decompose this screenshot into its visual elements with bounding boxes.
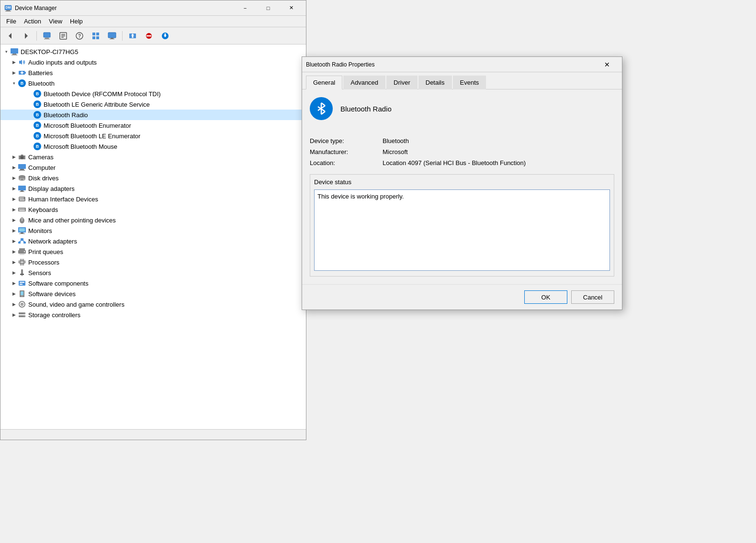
- tab-general[interactable]: General: [306, 76, 342, 89]
- mice-expander[interactable]: ▶: [10, 216, 18, 224]
- computer-expander[interactable]: ▶: [10, 164, 18, 171]
- svg-rect-51: [21, 198, 22, 199]
- root-expander[interactable]: ▾: [2, 48, 10, 55]
- window-controls: − □ ✕: [234, 2, 302, 14]
- tree-item-storage[interactable]: ▶ Storage controllers: [0, 310, 306, 320]
- cameras-expander[interactable]: ▶: [10, 153, 18, 161]
- tree-item-disk[interactable]: ▶ Disk drives: [0, 173, 306, 183]
- tree-item-sw-devices[interactable]: ▶ Software devices: [0, 288, 306, 299]
- back-button[interactable]: [2, 29, 18, 43]
- bluetooth-expander[interactable]: ▾: [10, 79, 18, 87]
- print-expander[interactable]: ▶: [10, 248, 18, 255]
- svg-rect-89: [20, 274, 24, 275]
- toolbar-sep-1: [36, 31, 37, 41]
- storage-expander[interactable]: ▶: [10, 311, 18, 319]
- properties-grid: Device type: Bluetooth Manufacturer: Mic…: [310, 137, 614, 166]
- scan-changes-btn[interactable]: [88, 29, 103, 43]
- bluetooth-label: Bluetooth: [28, 80, 55, 87]
- tab-driver[interactable]: Driver: [386, 76, 417, 89]
- display-expander[interactable]: ▶: [10, 185, 18, 192]
- svg-rect-96: [21, 296, 23, 297]
- svg-rect-18: [96, 36, 99, 39]
- tree-item-network[interactable]: ▶ Network adapters: [0, 236, 306, 246]
- tree-item-mice[interactable]: ▶ Mice and other pointing devices: [0, 215, 306, 225]
- svg-rect-69: [23, 242, 26, 244]
- tree-item-bt-radio[interactable]: ▶ B Bluetooth Radio: [0, 110, 306, 120]
- svg-line-71: [22, 240, 25, 242]
- sound-expander[interactable]: ▶: [10, 300, 18, 308]
- dialog-close-button[interactable]: ✕: [596, 58, 618, 71]
- sw-components-label: Software components: [28, 280, 89, 287]
- network-icon: [18, 237, 26, 245]
- cancel-button[interactable]: Cancel: [571, 290, 614, 304]
- svg-rect-95: [21, 291, 23, 295]
- download-btn[interactable]: [158, 29, 173, 43]
- svg-rect-20: [111, 38, 113, 39]
- svg-rect-72: [19, 248, 25, 250]
- tree-item-monitors[interactable]: ▶ Monitors: [0, 225, 306, 236]
- sensors-expander[interactable]: ▶: [10, 269, 18, 277]
- svg-rect-29: [165, 33, 166, 36]
- menu-action[interactable]: Action: [20, 16, 45, 27]
- menu-file[interactable]: File: [2, 16, 20, 27]
- keyboards-expander[interactable]: ▶: [10, 206, 18, 213]
- device-status-textarea[interactable]: [314, 189, 610, 271]
- tab-details[interactable]: Details: [418, 76, 452, 89]
- ok-button[interactable]: OK: [524, 290, 567, 304]
- monitors-expander[interactable]: ▶: [10, 227, 18, 234]
- svg-point-103: [24, 316, 25, 317]
- close-button[interactable]: ✕: [280, 2, 302, 14]
- device-tree[interactable]: ▾ DESKTOP-CI77HG5 ▶ Audio inputs and: [0, 44, 306, 429]
- tree-item-bt-ms-enum[interactable]: ▶ B Microsoft Bluetooth Enumerator: [0, 120, 306, 131]
- tree-item-bt-rfcomm[interactable]: ▶ B Bluetooth Device (RFCOMM Protocol TD…: [0, 89, 306, 99]
- network-expander[interactable]: ▶: [10, 237, 18, 245]
- svg-rect-8: [44, 39, 50, 39]
- tree-item-batteries[interactable]: ▶ Batteries: [0, 67, 306, 78]
- minimize-button[interactable]: −: [234, 2, 256, 14]
- tree-item-bt-le-gatt[interactable]: ▶ B Bluetooth LE Generic Attribute Servi…: [0, 99, 306, 110]
- forward-button[interactable]: [19, 29, 34, 43]
- svg-line-70: [20, 240, 23, 242]
- svg-rect-31: [12, 54, 16, 55]
- sw-devices-expander[interactable]: ▶: [10, 290, 18, 298]
- tree-item-bt-ms-le-enum[interactable]: ▶ B Microsoft Bluetooth LE Enumerator: [0, 131, 306, 141]
- tree-item-print[interactable]: ▶ Print queues: [0, 246, 306, 257]
- svg-text:DM: DM: [6, 6, 11, 9]
- display-icon: [18, 184, 26, 193]
- disable-btn[interactable]: [141, 29, 157, 43]
- tree-root[interactable]: ▾ DESKTOP-CI77HG5: [0, 46, 306, 57]
- tree-item-sensors[interactable]: ▶ Sensors: [0, 267, 306, 278]
- update-driver-btn[interactable]: [125, 29, 140, 43]
- tree-item-keyboards[interactable]: ▶ Keyboards: [0, 204, 306, 215]
- disk-expander[interactable]: ▶: [10, 174, 18, 182]
- processors-expander[interactable]: ▶: [10, 258, 18, 266]
- tree-item-display[interactable]: ▶ Display adapters: [0, 183, 306, 194]
- menu-view[interactable]: View: [45, 16, 66, 27]
- tree-item-audio[interactable]: ▶ Audio inputs and outputs: [0, 57, 306, 67]
- svg-rect-67: [21, 238, 23, 240]
- bt-ms-enum-label: Microsoft Bluetooth Enumerator: [44, 122, 131, 129]
- help-toolbar-btn[interactable]: ?: [72, 29, 87, 43]
- svg-rect-6: [44, 33, 50, 37]
- show-hidden-button[interactable]: [39, 29, 55, 43]
- sw-components-expander[interactable]: ▶: [10, 279, 18, 287]
- hid-expander[interactable]: ▶: [10, 195, 18, 203]
- tree-item-bt-ms-mouse[interactable]: ▶ B Microsoft Bluetooth Mouse: [0, 141, 306, 152]
- monitor-btn[interactable]: [104, 29, 120, 43]
- maximize-button[interactable]: □: [257, 2, 279, 14]
- tree-item-computer[interactable]: ▶ Computer: [0, 162, 306, 173]
- properties-btn[interactable]: [56, 29, 71, 43]
- tree-item-bluetooth[interactable]: ▾ B Bluetooth: [0, 78, 306, 89]
- tree-item-processors[interactable]: ▶ Processors: [0, 257, 306, 267]
- audio-expander[interactable]: ▶: [10, 58, 18, 66]
- tab-events[interactable]: Events: [453, 76, 486, 89]
- keyboards-label: Keyboards: [28, 206, 58, 213]
- tree-item-sound[interactable]: ▶ Sound, video and game controllers: [0, 299, 306, 310]
- tree-item-hid[interactable]: ▶ Human Interface Devices: [0, 194, 306, 204]
- tree-item-cameras[interactable]: ▶ Cameras: [0, 152, 306, 162]
- batteries-expander[interactable]: ▶: [10, 69, 18, 77]
- tree-item-sw-components[interactable]: ▶ Software components: [0, 278, 306, 288]
- menu-help[interactable]: Help: [66, 16, 87, 27]
- tab-advanced[interactable]: Advanced: [343, 76, 385, 89]
- dialog-footer: OK Cancel: [302, 284, 622, 310]
